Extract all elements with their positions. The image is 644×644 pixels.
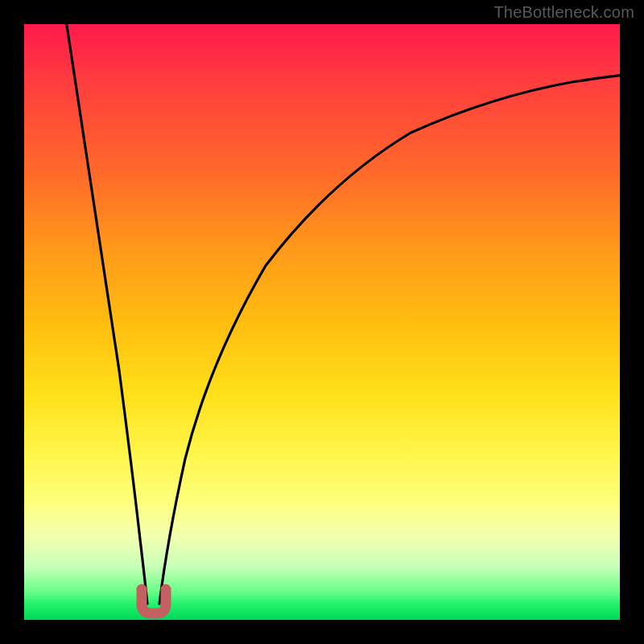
chart-frame: TheBottleneck.com (0, 0, 644, 644)
curve-left-branch (66, 24, 147, 604)
curve-right-branch (159, 75, 620, 604)
watermark-text: TheBottleneck.com (493, 3, 634, 22)
curve-layer (24, 24, 620, 620)
plot-area (24, 24, 620, 620)
minimum-u-marker (142, 589, 166, 613)
